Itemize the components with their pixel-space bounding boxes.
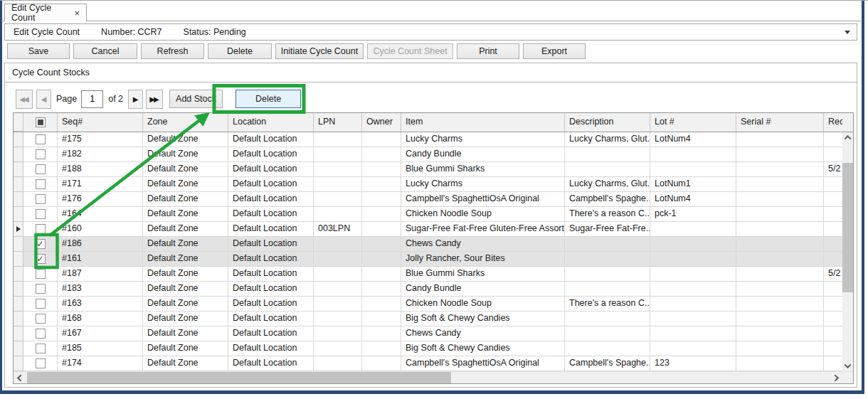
cell-rec[interactable] bbox=[824, 341, 842, 356]
cell-zone[interactable]: Default Zone bbox=[143, 356, 228, 371]
row-checkbox[interactable] bbox=[36, 134, 46, 144]
cell-item[interactable]: Sugar-Free Fat-Free Gluten-Free Assorte.… bbox=[401, 222, 565, 237]
cell-rec[interactable] bbox=[824, 222, 842, 237]
table-row[interactable]: #167Default ZoneDefault LocationChews Ca… bbox=[14, 326, 842, 341]
cell-rec[interactable] bbox=[824, 297, 842, 312]
column-header-serial[interactable]: Serial # bbox=[736, 113, 824, 132]
cell-lpn[interactable] bbox=[314, 132, 362, 147]
row-checkbox[interactable] bbox=[36, 329, 46, 339]
cell-lot[interactable]: LotNum4 bbox=[650, 132, 736, 147]
print-button[interactable]: Print bbox=[457, 43, 519, 59]
cell-item[interactable]: Chicken Noodle Soup bbox=[401, 297, 565, 312]
cell-lpn[interactable] bbox=[314, 326, 362, 341]
row-header-cell[interactable] bbox=[14, 237, 23, 252]
cell-item[interactable]: Big Soft & Chewy Candies bbox=[401, 341, 565, 356]
cell-serial[interactable] bbox=[736, 326, 824, 341]
cell-seq[interactable]: #182 bbox=[58, 147, 143, 162]
select-all-checkbox[interactable] bbox=[36, 117, 46, 127]
cell-seq[interactable]: #168 bbox=[58, 312, 143, 326]
cell-zone[interactable]: Default Zone bbox=[143, 132, 228, 147]
cell-seq[interactable]: #164 bbox=[58, 207, 143, 222]
cell-rec[interactable] bbox=[824, 312, 842, 326]
cell-rec[interactable] bbox=[824, 237, 842, 252]
cell-lot[interactable] bbox=[650, 341, 736, 356]
cell-lot[interactable] bbox=[650, 326, 736, 341]
scroll-down-button[interactable] bbox=[842, 361, 853, 371]
cell-lot[interactable] bbox=[650, 252, 736, 267]
column-header-rec[interactable]: Rec bbox=[824, 113, 842, 132]
cell-zone[interactable]: Default Zone bbox=[143, 237, 228, 252]
checkbox-cell[interactable] bbox=[23, 192, 58, 207]
tab-edit-cycle-count[interactable]: Edit Cycle Count × bbox=[4, 4, 87, 21]
cell-seq[interactable]: #187 bbox=[58, 267, 143, 282]
table-row[interactable]: #163Default ZoneDefault LocationChicken … bbox=[14, 297, 842, 312]
row-header-cell[interactable] bbox=[14, 312, 23, 326]
cell-location[interactable]: Default Location bbox=[228, 147, 314, 162]
cell-owner[interactable] bbox=[362, 267, 401, 282]
cell-description[interactable] bbox=[565, 341, 650, 356]
row-header-cell[interactable] bbox=[14, 297, 23, 312]
cell-zone[interactable]: Default Zone bbox=[143, 177, 228, 192]
delete-stock-button[interactable]: Delete bbox=[235, 90, 301, 108]
cell-description[interactable] bbox=[565, 147, 650, 162]
cell-rec[interactable] bbox=[824, 356, 842, 371]
cell-description[interactable]: Campbell's Spaghe... bbox=[565, 192, 650, 207]
dropdown-icon[interactable] bbox=[845, 31, 850, 34]
cell-serial[interactable] bbox=[736, 356, 824, 371]
cell-location[interactable]: Default Location bbox=[228, 222, 314, 237]
horizontal-scrollbar[interactable] bbox=[14, 371, 853, 383]
cell-owner[interactable] bbox=[362, 312, 401, 326]
cell-serial[interactable] bbox=[736, 282, 824, 297]
column-header-location[interactable]: Location bbox=[228, 113, 314, 132]
cell-location[interactable]: Default Location bbox=[228, 326, 314, 341]
row-checkbox[interactable] bbox=[36, 358, 46, 368]
vertical-scroll-track[interactable] bbox=[842, 143, 853, 361]
cell-description[interactable] bbox=[565, 312, 650, 326]
cell-item[interactable]: Campbell's SpaghettiOsA Original bbox=[401, 356, 565, 371]
vertical-scroll-thumb[interactable] bbox=[842, 163, 853, 292]
cell-rec[interactable] bbox=[824, 132, 842, 147]
table-row[interactable]: #182Default ZoneDefault LocationCandy Bu… bbox=[14, 147, 842, 162]
table-row[interactable]: #160Default ZoneDefault Location003LPNSu… bbox=[14, 222, 842, 237]
cell-serial[interactable] bbox=[736, 177, 824, 192]
checkbox-cell[interactable]: ✓ bbox=[23, 252, 58, 267]
cell-item[interactable]: Candy Bundle bbox=[401, 282, 565, 297]
cell-owner[interactable] bbox=[362, 282, 401, 297]
cell-serial[interactable] bbox=[736, 162, 824, 177]
table-row[interactable]: #171Default ZoneDefault LocationLucky Ch… bbox=[14, 177, 842, 192]
cell-owner[interactable] bbox=[362, 341, 401, 356]
column-header-item[interactable]: Item bbox=[401, 113, 565, 132]
cell-lpn[interactable] bbox=[314, 341, 362, 356]
column-header-description[interactable]: Description bbox=[565, 113, 650, 132]
cell-owner[interactable] bbox=[362, 132, 401, 147]
table-row[interactable]: ✓#186Default ZoneDefault LocationChews C… bbox=[14, 237, 842, 252]
checkbox-cell[interactable] bbox=[23, 177, 58, 192]
cell-rec[interactable] bbox=[824, 282, 842, 297]
cell-location[interactable]: Default Location bbox=[228, 297, 314, 312]
checkbox-cell[interactable] bbox=[23, 162, 58, 177]
row-header-cell[interactable] bbox=[14, 326, 23, 341]
last-page-button[interactable]: ▶▶ bbox=[146, 90, 163, 109]
cell-zone[interactable]: Default Zone bbox=[143, 297, 228, 312]
cell-zone[interactable]: Default Zone bbox=[143, 207, 228, 222]
cell-location[interactable]: Default Location bbox=[228, 177, 314, 192]
row-checkbox[interactable]: ✓ bbox=[36, 254, 46, 264]
cell-serial[interactable] bbox=[736, 207, 824, 222]
cell-lpn[interactable] bbox=[314, 297, 362, 312]
cell-description[interactable]: Lucky Charms, Glut... bbox=[565, 177, 650, 192]
cell-item[interactable]: Chicken Noodle Soup bbox=[401, 207, 565, 222]
cell-lot[interactable] bbox=[650, 297, 736, 312]
cell-lot[interactable] bbox=[650, 267, 736, 282]
next-page-button[interactable]: ▶ bbox=[128, 90, 143, 109]
cell-serial[interactable] bbox=[736, 132, 824, 147]
cell-serial[interactable] bbox=[736, 237, 824, 252]
cell-lot[interactable] bbox=[650, 312, 736, 326]
cell-seq[interactable]: #160 bbox=[58, 222, 143, 237]
row-checkbox[interactable] bbox=[36, 209, 46, 219]
cell-owner[interactable] bbox=[362, 222, 401, 237]
cell-item[interactable]: Lucky Charms bbox=[401, 177, 565, 192]
row-checkbox[interactable] bbox=[36, 344, 46, 353]
table-row[interactable]: #187Default ZoneDefault LocationBlue Gum… bbox=[14, 267, 842, 282]
scroll-up-button[interactable] bbox=[842, 132, 853, 143]
cell-lpn[interactable] bbox=[314, 162, 362, 177]
